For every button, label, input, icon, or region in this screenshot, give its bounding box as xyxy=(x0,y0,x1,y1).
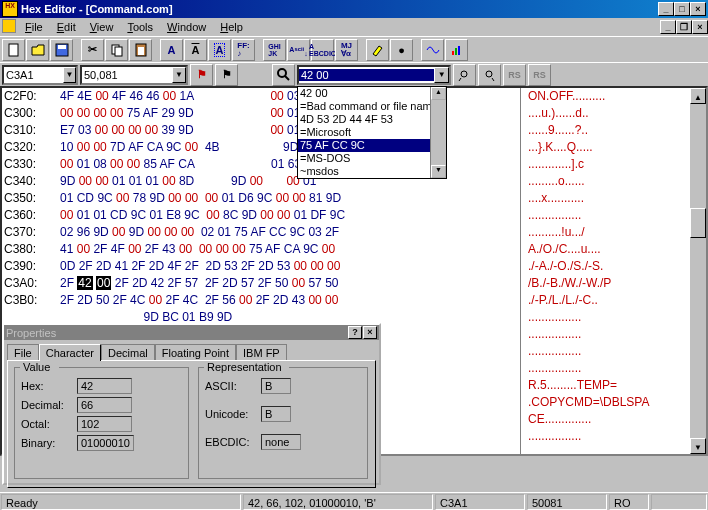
row-ascii[interactable]: ................ xyxy=(528,326,581,343)
offset-combo[interactable]: ▼ xyxy=(80,65,188,85)
address-dropdown-button[interactable]: ▼ xyxy=(63,67,76,83)
flag-red-button[interactable]: ⚑ xyxy=(190,64,213,86)
row-ascii[interactable]: .COPYCMD=\DBLSPA xyxy=(528,394,649,411)
tab-file[interactable]: File xyxy=(7,344,39,361)
wave-button[interactable] xyxy=(421,39,444,61)
row-ascii[interactable]: ./-A./-O./S./-S. xyxy=(528,258,603,275)
highlight-button[interactable] xyxy=(366,39,389,61)
row-ascii[interactable]: ................ xyxy=(528,309,581,326)
mdi-minimize-button[interactable]: _ xyxy=(660,20,676,34)
search-combo[interactable]: ▼ xyxy=(297,65,451,85)
row-ascii[interactable]: ....u.)......d.. xyxy=(528,105,589,122)
hex-row[interactable]: C350:01 CD 9C 00 78 9D 00 00 00 01 D6 9C… xyxy=(2,190,706,207)
row-bytes[interactable]: 9D 00 00 01 01 01 00 8D 9D 00 00 01 xyxy=(52,173,320,190)
dropdown-item[interactable]: 75 AF CC 9C xyxy=(298,139,446,152)
row-bytes[interactable]: 00 01 01 CD 9C 01 E8 9C 00 8C 9D 00 00 0… xyxy=(52,207,348,224)
tab-character[interactable]: Character xyxy=(39,344,101,361)
copy-button[interactable] xyxy=(105,39,128,61)
paste-button[interactable] xyxy=(129,39,152,61)
find-next-button[interactable] xyxy=(478,64,501,86)
flag-black-button[interactable]: ⚑ xyxy=(215,64,238,86)
row-ascii[interactable]: ......9......?.. xyxy=(528,122,588,139)
row-bytes[interactable]: E7 03 00 00 00 00 39 9D 00 01 xyxy=(52,122,304,139)
row-bytes[interactable]: 2F 42 00 2F 2D 42 2F 57 2F 2D 57 2F 50 0… xyxy=(52,275,342,292)
row-bytes[interactable]: 10 00 00 7D AF CA 9C 00 4B 9D 00 xyxy=(52,139,318,156)
dropdown-item[interactable]: =MS-DOS xyxy=(298,152,446,165)
row-ascii[interactable]: R.5.........TEMP= xyxy=(528,377,617,394)
tool-ascii-button[interactable]: Ascii↓ xyxy=(287,39,310,61)
dropdown-item[interactable]: =Bad command or file name xyxy=(298,100,446,113)
properties-close-button[interactable]: × xyxy=(363,326,377,339)
format-ff-button[interactable]: FF:♪ xyxy=(232,39,255,61)
hex-row[interactable]: C360:00 01 01 CD 9C 01 E8 9C 00 8C 9D 00… xyxy=(2,207,706,224)
open-button[interactable] xyxy=(26,39,49,61)
format-a-button[interactable]: A xyxy=(160,39,183,61)
row-bytes[interactable]: 0D 2F 2D 41 2F 2D 4F 2F 2D 53 2F 2D 53 0… xyxy=(52,258,344,275)
dropdown-item[interactable]: 42 00 xyxy=(298,87,446,100)
properties-titlebar[interactable]: Properties ? × xyxy=(4,325,379,340)
tab-decimal[interactable]: Decimal xyxy=(101,344,155,361)
row-bytes[interactable]: 4F 4E 00 4F 46 46 00 1A 00 03 xyxy=(52,88,304,105)
hex-row[interactable]: C3A0:2F 42 00 2F 2D 42 2F 57 2F 2D 57 2F… xyxy=(2,275,706,292)
row-ascii[interactable]: A./O./C....u.... xyxy=(528,241,601,258)
address-input[interactable] xyxy=(4,69,63,81)
row-ascii[interactable]: ................ xyxy=(528,207,581,224)
search-dropdown-button[interactable]: ▼ xyxy=(434,67,449,83)
row-bytes[interactable]: 02 96 9D 00 9D 00 00 00 02 01 75 AF CC 9… xyxy=(52,224,343,241)
row-ascii[interactable]: ................ xyxy=(528,360,581,377)
row-bytes[interactable]: 01 CD 9C 00 78 9D 00 00 00 01 D6 9C 00 0… xyxy=(52,190,345,207)
record-button[interactable]: ● xyxy=(390,39,413,61)
row-ascii[interactable]: .............].c xyxy=(528,156,584,173)
row-ascii[interactable]: ................ xyxy=(528,343,581,360)
row-bytes[interactable]: 00 01 08 00 00 85 AF CA 01 63 xyxy=(52,156,304,173)
tab-ibm-fp[interactable]: IBM FP xyxy=(236,344,287,361)
row-ascii[interactable]: ON.OFF.......... xyxy=(528,88,605,105)
row-bytes[interactable]: 2F 2D 50 2F 4C 00 2F 4C 2F 56 00 2F 2D 4… xyxy=(52,292,342,309)
menu-tools[interactable]: Tools xyxy=(120,19,160,35)
row-bytes[interactable]: 41 00 2F 4F 00 2F 43 00 00 00 00 75 AF C… xyxy=(52,241,339,258)
menu-file[interactable]: File xyxy=(18,19,50,35)
mdi-system-icon[interactable] xyxy=(2,19,16,33)
menu-help[interactable]: Help xyxy=(213,19,250,35)
row-ascii[interactable]: /B./-B./W./-W./P xyxy=(528,275,611,292)
search-input[interactable] xyxy=(299,69,434,81)
mdi-close-button[interactable]: × xyxy=(692,20,708,34)
find-button[interactable] xyxy=(272,64,295,86)
tool-mj-button[interactable]: MJ∀α xyxy=(335,39,358,61)
close-button[interactable]: × xyxy=(690,2,706,16)
maximize-button[interactable]: □ xyxy=(674,2,690,16)
row-ascii[interactable]: ./-P./L./L./-C.. xyxy=(528,292,598,309)
row-ascii[interactable]: ..........!u.../ xyxy=(528,224,585,241)
format-a2-button[interactable]: A xyxy=(184,39,207,61)
new-button[interactable] xyxy=(2,39,25,61)
address-combo[interactable]: ▼ xyxy=(2,65,78,85)
menu-view[interactable]: View xyxy=(83,19,121,35)
dropdown-item[interactable]: 4D 53 2D 44 4F 53 xyxy=(298,113,446,126)
row-bytes[interactable]: 00 00 00 00 75 AF 29 9D 00 01 xyxy=(52,105,304,122)
row-ascii[interactable]: .........o...... xyxy=(528,173,585,190)
dropdown-item[interactable]: ~msdos xyxy=(298,165,446,178)
find-prev-button[interactable] xyxy=(453,64,476,86)
offset-dropdown-button[interactable]: ▼ xyxy=(172,67,186,83)
tab-floating-point[interactable]: Floating Point xyxy=(155,344,236,361)
row-ascii[interactable]: ....x........... xyxy=(528,190,584,207)
chart-button[interactable] xyxy=(445,39,468,61)
properties-help-button[interactable]: ? xyxy=(348,326,362,339)
row-ascii[interactable]: ...}.K....Q..... xyxy=(528,139,593,156)
cut-button[interactable]: ✂ xyxy=(81,39,104,61)
save-button[interactable] xyxy=(50,39,73,61)
minimize-button[interactable]: _ xyxy=(658,2,674,16)
offset-input[interactable] xyxy=(82,69,172,81)
dropdown-item[interactable]: =Microsoft xyxy=(298,126,446,139)
row-ascii[interactable]: ................ xyxy=(528,428,581,445)
tool-ghi-button[interactable]: GHIJK xyxy=(263,39,286,61)
row-ascii[interactable]: CE.............. xyxy=(528,411,591,428)
hex-row[interactable]: C390:0D 2F 2D 41 2F 2D 4F 2F 2D 53 2F 2D… xyxy=(2,258,706,275)
rs-button-2[interactable]: RS xyxy=(528,64,551,86)
hex-row[interactable]: C370:02 96 9D 00 9D 00 00 00 02 01 75 AF… xyxy=(2,224,706,241)
menu-edit[interactable]: Edit xyxy=(50,19,83,35)
dropdown-scrollbar[interactable]: ▲ ▼ xyxy=(430,87,446,178)
format-a3-button[interactable]: A xyxy=(208,39,231,61)
tool-ebcdic-button[interactable]: AEBCDIC xyxy=(311,39,334,61)
mdi-restore-button[interactable]: ❐ xyxy=(676,20,692,34)
